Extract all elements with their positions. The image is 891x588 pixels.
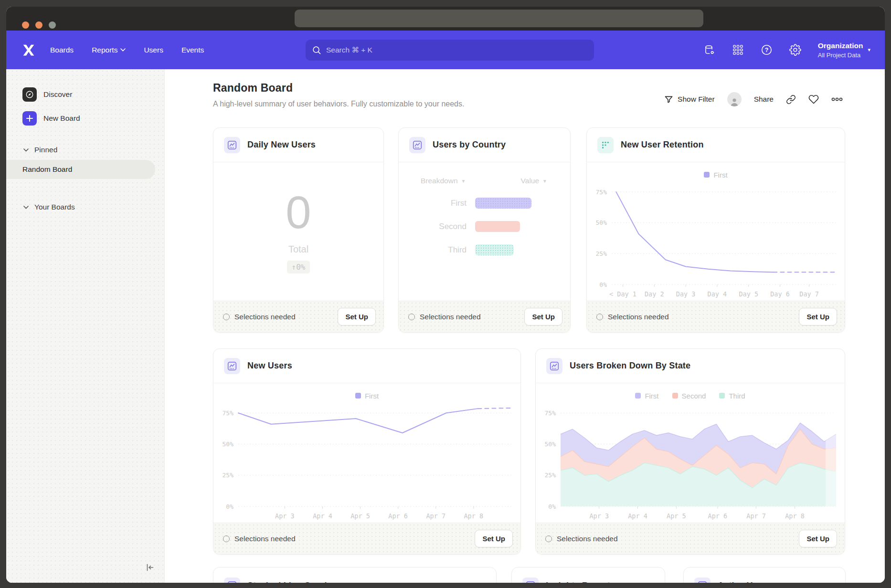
share-button[interactable]: Share — [754, 95, 774, 104]
sidebar-section-your-boards[interactable]: Your Boards — [6, 200, 164, 214]
status-circle-icon — [223, 536, 230, 542]
chevron-down-icon — [23, 206, 29, 209]
card-daily-new-users: Daily New Users 0 Total ↑0% Selections n… — [213, 127, 384, 333]
caret-down-icon: ▼ — [542, 178, 547, 184]
more-options-icon[interactable] — [831, 97, 843, 101]
svg-text:Apr 7: Apr 7 — [426, 512, 446, 520]
browser-window: Boards Reports Users Events Search ⌘ + K — [6, 7, 885, 583]
chevron-down-icon — [120, 48, 126, 52]
bar-label: Third — [399, 245, 475, 255]
svg-text:Apr 4: Apr 4 — [628, 512, 647, 520]
bar-label: First — [399, 199, 475, 208]
sidebar-item-discover[interactable]: Discover — [6, 86, 164, 103]
svg-text:25%: 25% — [223, 472, 234, 479]
show-filter-button[interactable]: Show Filter — [664, 95, 715, 104]
mixpanel-logo-icon[interactable] — [21, 42, 37, 58]
traffic-lights[interactable] — [22, 21, 56, 29]
card-stacked-line-graph: Stacked Line Graph — [213, 567, 497, 583]
copy-link-icon[interactable] — [786, 94, 796, 105]
chevron-down-icon — [23, 148, 29, 152]
status-circle-icon — [408, 314, 415, 320]
org-switcher[interactable]: Organization All Project Data ▾ — [818, 42, 870, 59]
status-circle-icon — [596, 314, 603, 320]
retention-grid-icon — [597, 137, 614, 153]
legend-swatch — [635, 393, 641, 399]
sidebar-item-random-board[interactable]: Random Board — [6, 160, 155, 179]
zoom-window-button[interactable] — [49, 21, 56, 29]
card-title: New User Retention — [621, 140, 704, 150]
svg-text:50%: 50% — [596, 219, 607, 226]
metric-change-badge: ↑0% — [287, 261, 310, 273]
card-title: Daily New Users — [247, 140, 316, 150]
bar-second — [475, 221, 520, 232]
nav-item-users[interactable]: Users — [144, 46, 163, 54]
set-up-button[interactable]: Set Up — [799, 308, 837, 326]
selections-needed-status: Selections needed — [545, 535, 618, 543]
data-management-icon[interactable] — [703, 44, 716, 56]
person-icon — [729, 97, 740, 106]
svg-text:Apr 5: Apr 5 — [667, 512, 686, 520]
set-up-button[interactable]: Set Up — [338, 308, 376, 326]
search-input[interactable]: Search ⌘ + K — [306, 40, 594, 61]
svg-text:Day 7: Day 7 — [799, 290, 819, 298]
country-bar-row: Third — [399, 244, 570, 255]
apps-grid-icon[interactable] — [732, 44, 744, 56]
sidebar-item-new-board[interactable]: New Board — [6, 110, 164, 126]
svg-text:50%: 50% — [223, 441, 234, 448]
status-circle-icon — [545, 536, 552, 542]
collapse-sidebar-icon[interactable] — [143, 561, 157, 574]
card-title: Active Users — [718, 581, 771, 583]
card-insights-report: Insights Report — [511, 567, 665, 583]
set-up-button[interactable]: Set Up — [524, 308, 562, 326]
nav-item-reports[interactable]: Reports — [92, 46, 126, 54]
minimize-window-button[interactable] — [35, 21, 42, 29]
close-window-button[interactable] — [22, 21, 29, 29]
insights-chart-icon — [546, 358, 562, 374]
svg-text:Apr 8: Apr 8 — [464, 512, 483, 520]
selections-needed-status: Selections needed — [408, 313, 481, 321]
svg-text:Apr 3: Apr 3 — [589, 512, 609, 520]
avatar[interactable] — [727, 92, 742, 106]
nav-item-boards[interactable]: Boards — [50, 46, 74, 54]
legend-swatch — [704, 172, 710, 178]
set-up-button[interactable]: Set Up — [799, 530, 837, 547]
retention-line-chart: 75%50%25%0%< Day 1Day 2Day 3Day 4Day 5Da… — [587, 178, 845, 301]
value-dropdown[interactable]: Value▼ — [521, 177, 547, 185]
new-users-line-chart: 75%50%25%0%Apr 3Apr 4Apr 5Apr 6Apr 7Apr … — [213, 399, 520, 523]
svg-text:Apr 7: Apr 7 — [746, 512, 766, 520]
svg-text:Apr 3: Apr 3 — [275, 512, 295, 520]
card-title: Insights Report — [546, 581, 610, 583]
legend-swatch — [719, 393, 725, 399]
card-title: Users Broken Down By State — [570, 361, 690, 371]
settings-gear-icon[interactable] — [789, 44, 802, 56]
svg-text:75%: 75% — [545, 410, 556, 417]
address-bar[interactable] — [295, 10, 703, 27]
svg-text:Day 5: Day 5 — [739, 290, 758, 298]
country-bar-row: First — [399, 198, 570, 209]
insights-chart-icon — [409, 137, 425, 153]
svg-text:75%: 75% — [596, 189, 607, 196]
compass-icon — [22, 87, 37, 102]
sidebar-section-pinned[interactable]: Pinned — [6, 143, 164, 157]
svg-text:25%: 25% — [596, 250, 607, 257]
country-bar-list: FirstSecondThird — [399, 198, 570, 255]
nav-right: ? Organization All Project Data ▾ — [703, 42, 870, 59]
insights-chart-icon — [694, 578, 711, 583]
chart-legend: First Second Third — [536, 383, 845, 399]
svg-text:0%: 0% — [548, 503, 556, 510]
svg-text:75%: 75% — [223, 410, 234, 417]
favorite-heart-icon[interactable] — [808, 94, 819, 105]
page-title: Random Board — [213, 82, 464, 94]
org-name: Organization — [818, 42, 863, 50]
state-area-chart: 75%50%25%0%Apr 3Apr 4Apr 5Apr 6Apr 7Apr … — [536, 399, 845, 523]
insights-chart-icon — [522, 578, 539, 583]
card-new-users: New Users First 75%50%25%0%Apr 3Apr 4Apr… — [213, 348, 521, 555]
breakdown-dropdown[interactable]: Breakdown▼ — [421, 177, 466, 185]
country-bar-row: Second — [399, 221, 570, 232]
page-subtitle: A high-level summary of user behaviors. … — [213, 100, 464, 108]
help-icon[interactable]: ? — [761, 44, 773, 56]
svg-text:Apr 6: Apr 6 — [708, 512, 728, 520]
set-up-button[interactable]: Set Up — [475, 530, 513, 547]
plus-icon — [22, 111, 37, 126]
nav-item-events[interactable]: Events — [181, 46, 204, 54]
